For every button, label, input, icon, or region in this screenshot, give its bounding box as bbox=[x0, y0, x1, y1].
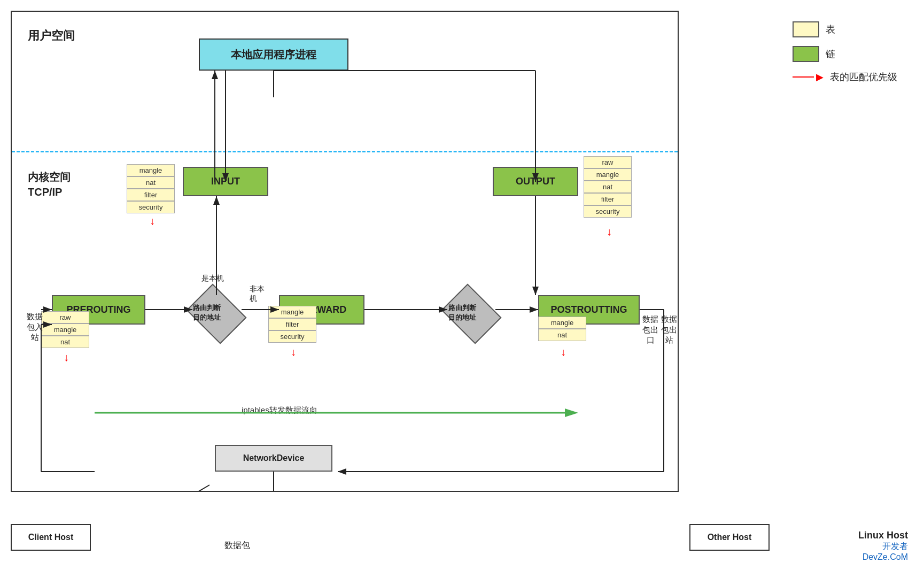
packet-in-label: 数据包入站 bbox=[27, 311, 43, 343]
table-mangle-out: mangle bbox=[584, 168, 632, 181]
kernel-space-label: 内核空间 TCP/IP bbox=[28, 169, 71, 199]
table-mangle-post: mangle bbox=[538, 317, 586, 329]
network-device: NetworkDevice bbox=[215, 445, 332, 472]
legend-priority: ▶ 表的匹配优先级 bbox=[793, 71, 897, 83]
table-nat: nat bbox=[127, 176, 175, 189]
table-raw-pre: raw bbox=[41, 311, 89, 323]
input-chain: INPUT bbox=[183, 167, 268, 196]
legend-table-box bbox=[793, 21, 819, 37]
table-mangle: mangle bbox=[127, 164, 175, 176]
dashed-line bbox=[12, 151, 678, 152]
watermark-sub: 开发者 DevZe.CoM bbox=[858, 541, 908, 562]
client-host: Client Host bbox=[11, 524, 91, 551]
packet-out1-label: 数据包出口 bbox=[642, 314, 658, 345]
other-host: Other Host bbox=[689, 524, 770, 551]
red-arrow-postrouting: ↓ bbox=[561, 346, 566, 358]
red-arrow-forward: ↓ bbox=[291, 346, 296, 358]
routing-label-1: 路由判断目的地址 bbox=[175, 303, 239, 322]
legend-table: 表 bbox=[793, 21, 897, 37]
svg-line-27 bbox=[105, 485, 209, 491]
red-arrowhead-icon: ▶ bbox=[816, 71, 824, 83]
local-app-box: 本地应用程序进程 bbox=[199, 38, 348, 71]
table-security: security bbox=[127, 201, 175, 213]
legend-chain: 链 bbox=[793, 46, 897, 62]
output-tables: raw mangle nat filter security bbox=[584, 156, 632, 218]
table-mangle-pre: mangle bbox=[41, 323, 89, 336]
table-security-fwd: security bbox=[268, 330, 316, 343]
table-filter-out: filter bbox=[584, 193, 632, 205]
legend-chain-box bbox=[793, 46, 819, 62]
table-nat-out: nat bbox=[584, 181, 632, 193]
legend-arrow: ▶ bbox=[793, 71, 824, 83]
legend-table-label: 表 bbox=[826, 23, 835, 36]
forward-arrow-label: iptables转发数据流向 bbox=[242, 405, 317, 415]
table-nat-post: nat bbox=[538, 329, 586, 341]
red-arrow-input: ↓ bbox=[150, 215, 155, 227]
table-nat-pre: nat bbox=[41, 336, 89, 348]
red-line bbox=[793, 76, 814, 78]
packet-out2-label: 数据包出站 bbox=[661, 314, 677, 345]
input-tables: mangle nat filter security bbox=[127, 164, 175, 213]
table-filter-fwd: filter bbox=[268, 318, 316, 330]
svg-marker-16 bbox=[565, 409, 578, 417]
main-container: 表 链 ▶ 表的匹配优先级 用户空间 内核空间 TCP/IP 本地应用程序进程 bbox=[0, 0, 924, 578]
watermark-linux-host: Linux Host bbox=[858, 530, 908, 541]
data-packet-label: 数据包 bbox=[224, 540, 250, 551]
red-arrow-output: ↓ bbox=[607, 226, 612, 238]
table-filter: filter bbox=[127, 189, 175, 201]
is-local-label: 是本机 bbox=[201, 274, 224, 283]
watermark: Linux Host 开发者 DevZe.CoM bbox=[858, 530, 908, 562]
legend-chain-label: 链 bbox=[826, 48, 835, 60]
routing-label-2: 路由判断目的地址 bbox=[430, 303, 494, 322]
not-local-label: 非本机 bbox=[250, 284, 265, 304]
red-arrow-prerouting: ↓ bbox=[64, 351, 69, 364]
local-app-label: 本地应用程序进程 bbox=[231, 48, 316, 62]
legend: 表 链 ▶ 表的匹配优先级 bbox=[793, 21, 897, 83]
diagram-box: 用户空间 内核空间 TCP/IP 本地应用程序进程 INPUT OUTPUT P… bbox=[11, 11, 679, 492]
arrows-svg bbox=[12, 12, 678, 491]
prerouting-tables: raw mangle nat bbox=[41, 311, 89, 348]
user-space-label: 用户空间 bbox=[28, 28, 75, 44]
table-raw-out: raw bbox=[584, 156, 632, 168]
legend-priority-label: 表的匹配优先级 bbox=[830, 71, 897, 83]
output-chain: OUTPUT bbox=[493, 167, 578, 196]
table-security-out: security bbox=[584, 205, 632, 218]
table-mangle-fwd: mangle bbox=[268, 306, 316, 318]
postrouting-tables: mangle nat bbox=[538, 317, 586, 341]
forward-tables: mangle filter security bbox=[268, 306, 316, 343]
